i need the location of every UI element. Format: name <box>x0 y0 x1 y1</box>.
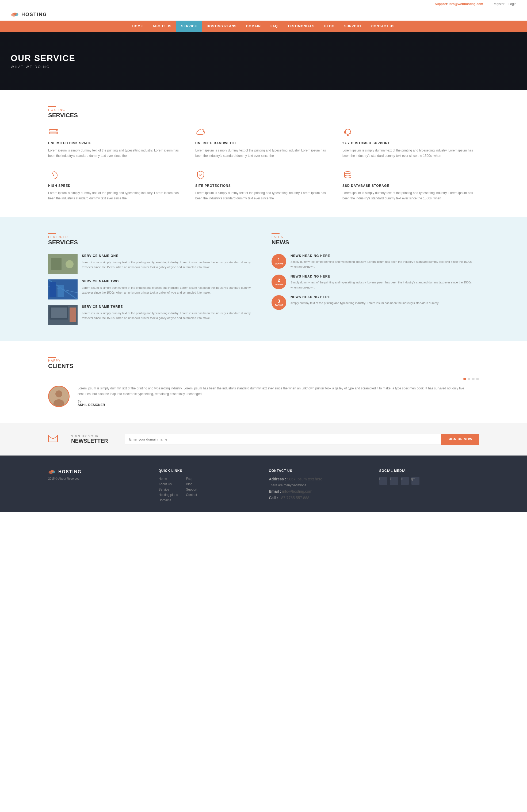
section-label: HOSTING <box>48 108 479 111</box>
service-title-1: UNLIMITED DISK SPACE <box>48 141 185 145</box>
service-title-4: HIGH SPEED <box>48 184 185 188</box>
featured-text-1: Lorem ipsum is simply dummy text of the … <box>82 260 255 270</box>
nav-blog[interactable]: BLOG <box>319 20 339 32</box>
testimonial-by: BY <box>77 400 479 403</box>
news-date-2: 2 JAN-05 <box>272 275 286 289</box>
dot-2[interactable] <box>468 378 470 380</box>
support-email: info@webhosting.com <box>449 2 483 6</box>
dot-3[interactable] <box>472 378 474 380</box>
service-item-bandwidth: UNLIMITE BANDWIDTH Lorem ipsum is simply… <box>195 127 332 159</box>
clients-title: CLIENTS <box>48 363 479 369</box>
footer-logo-text: HOSTING <box>58 469 82 474</box>
service-text-6: Lorem ipsum is simply dummy text of the … <box>342 190 479 201</box>
service-item-disk: UNLIMITED DISK SPACE Lorem ipsum is simp… <box>48 127 185 159</box>
newsletter-icon <box>48 435 58 444</box>
footer-link-about[interactable]: About Us <box>159 482 178 486</box>
service-item-support: 27/7 CUSTOMER SUPPORT Lorem ipsum is sim… <box>342 127 479 159</box>
svg-rect-23 <box>51 307 67 318</box>
news-month-3: JAN-05 <box>275 304 283 307</box>
svg-point-5 <box>56 130 57 131</box>
nav-faq[interactable]: FAQ <box>266 20 283 32</box>
social-googleplus[interactable]: g+ <box>411 477 420 485</box>
news-title: NEWS <box>272 239 479 246</box>
dot-4[interactable] <box>476 378 479 380</box>
hero-subtitle: WHAT WE DOING <box>11 65 516 69</box>
featured-image-2 <box>48 279 77 300</box>
support-info: Support: info@webhosting.com <box>435 2 483 6</box>
news-date-1: 1 JAN-05 <box>272 254 286 269</box>
dots-container <box>48 378 479 380</box>
featured-title: SERVICES <box>48 239 255 246</box>
featured-label: FEATURED <box>48 235 255 238</box>
svg-point-15 <box>65 260 74 268</box>
svg-point-31 <box>50 470 54 473</box>
nav-hosting-plans[interactable]: HOSTING PLANS <box>202 20 241 32</box>
news-heading-3: NEWS HEADING HERE <box>291 295 439 299</box>
newsletter-button[interactable]: SIGN UP NOW <box>441 434 479 445</box>
newsletter-input[interactable] <box>125 434 441 445</box>
call-value: +87 7765 557 888 <box>279 496 309 500</box>
footer-link-home[interactable]: Home <box>159 477 178 481</box>
login-link[interactable]: Login <box>509 2 516 6</box>
top-bar: Support: info@webhosting.com Register Lo… <box>0 0 527 8</box>
footer-link-blog[interactable]: Blog <box>186 482 197 486</box>
nav-support[interactable]: SUPPORT <box>339 20 366 32</box>
featured-text-3: Lorem ipsum is simply dummy text of the … <box>82 311 255 321</box>
nav-service[interactable]: SERVICE <box>176 20 202 32</box>
news-num-1: 1 <box>278 257 280 262</box>
featured-content-1: SERVICE NAME ONE Lorem ipsum is simply d… <box>82 254 255 270</box>
contact-email: Email : info@hosting.com <box>269 489 369 494</box>
featured-title-3: SERVICE NAME THREE <box>82 305 255 308</box>
featured-image-1 <box>48 254 77 274</box>
footer-link-faq[interactable]: Faq <box>186 477 197 481</box>
nav-contact[interactable]: CONTACT US <box>366 20 400 32</box>
logo-text: HOSTING <box>21 12 47 17</box>
svg-rect-20 <box>58 285 64 297</box>
testimonial-content: Lorem ipsum is simply dummy text of the … <box>77 386 479 407</box>
footer-link-contact[interactable]: Contact <box>186 493 197 497</box>
contact-address: Address : 9867 Ipsum text here <box>269 477 369 481</box>
hero-section: OUR SERVICE WHAT WE DOING <box>0 32 527 90</box>
footer-logo-col: HOSTING 2015 © About Reserved <box>48 469 148 504</box>
speed-icon <box>48 170 59 180</box>
footer-link-hosting[interactable]: Hosting plans <box>159 493 178 497</box>
service-text-4: Lorem ipsum is simply dummy text of the … <box>48 190 185 201</box>
service-title-2: UNLIMITE BANDWIDTH <box>195 141 332 145</box>
service-text-5: Lorem ipsum is simply dummy text of the … <box>195 190 332 201</box>
svg-point-6 <box>56 133 57 133</box>
section-title: SERVICES <box>48 112 479 119</box>
clients-section: HAPPY CLIENTS Lorem ipsum is simply dumm… <box>0 341 527 423</box>
svg-rect-24 <box>70 307 76 322</box>
contact-title: CONTACT US <box>269 469 369 473</box>
cloud-icon <box>195 127 206 137</box>
social-linkedin[interactable]: in <box>401 477 409 485</box>
email-value: info@hosting.com <box>282 489 312 494</box>
register-link[interactable]: Register <box>493 2 504 6</box>
featured-item-1: SERVICE NAME ONE Lorem ipsum is simply d… <box>48 254 255 274</box>
footer-link-domains[interactable]: Domains <box>159 498 178 502</box>
newsletter-section: SIGN UP YOUR NEWSLETTER SIGN UP NOW <box>0 423 527 455</box>
social-icons: f t in g+ <box>379 477 479 487</box>
service-item-speed: HIGH SPEED Lorem ipsum is simply dummy t… <box>48 170 185 201</box>
nav-domain[interactable]: DOMAIN <box>241 20 266 32</box>
footer-logo-icon <box>48 469 56 475</box>
footer-link-support[interactable]: Support <box>186 488 197 491</box>
news-date-3: 3 JAN-05 <box>272 295 286 310</box>
nav-testimonials[interactable]: TESTIMONIALS <box>283 20 319 32</box>
svg-point-11 <box>53 175 54 176</box>
dot-1[interactable] <box>463 378 466 380</box>
testimonial-name: AKHIL DESIGNER <box>77 403 479 407</box>
nav-about[interactable]: ABOUT US <box>148 20 177 32</box>
shield-icon <box>195 170 206 180</box>
social-twitter[interactable]: t <box>390 477 398 485</box>
news-item-2: 2 JAN-05 NEWS HEADING HERE Simply dummy … <box>272 275 479 290</box>
main-nav: HOME ABOUT US SERVICE HOSTING PLANS DOMA… <box>0 20 527 32</box>
address-value: 9867 Ipsum text here <box>287 477 322 481</box>
social-facebook[interactable]: f <box>379 477 387 485</box>
service-text-1: Lorem ipsum is simply dummy text of the … <box>48 148 185 159</box>
news-item-3: 3 JAN-05 NEWS HEADING HERE simply dummy … <box>272 295 479 310</box>
featured-item-2: SERVICE NAME TWO Lorem ipsum is simply d… <box>48 279 255 300</box>
nav-home[interactable]: HOME <box>128 20 148 32</box>
logo-bar: HOSTING <box>0 8 527 20</box>
footer-link-service[interactable]: Service <box>159 488 178 491</box>
